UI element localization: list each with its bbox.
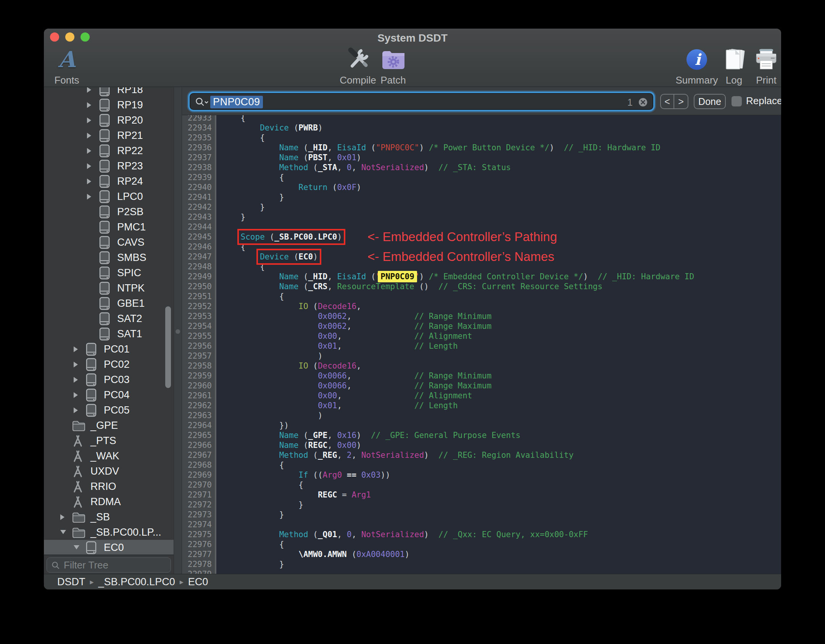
breadcrumb-item-path[interactable]: _SB.PC00.LPC0 [98,576,175,588]
disclosure-triangle-icon[interactable] [60,529,66,536]
code-line: 0x00, // Alignment [221,391,694,401]
disclosure-triangle-icon[interactable] [73,407,78,415]
breadcrumb-separator-icon: ▸ [180,578,184,586]
device-icon [99,236,110,251]
sidebar-item-rdma[interactable]: RDMA [44,494,174,509]
sidebar-item-rp24[interactable]: RP24 [44,174,174,189]
line-number: 22942 [182,202,215,212]
sidebar-item-pmc1[interactable]: PMC1 [44,219,174,235]
disclosure-triangle-icon[interactable] [73,377,78,385]
disclosure-triangle-icon[interactable] [87,117,92,125]
summary-button[interactable]: i Summary [672,47,722,86]
replace-checkbox[interactable] [732,96,742,106]
sidebar-item--sb-pc00-lp-[interactable]: _SB.PC00.LP... [44,525,174,540]
disclosure-triangle-icon[interactable] [60,514,65,522]
breadcrumb-item-ec0[interactable]: EC0 [188,576,208,588]
method-icon [72,496,84,510]
filter-field[interactable] [47,557,171,573]
sidebar-item-label: PMC1 [117,219,146,235]
search-menu-icon[interactable] [195,97,209,108]
sidebar-item-rrio[interactable]: RRIO [44,479,174,494]
line-number: 22962 [182,401,215,411]
sidebar-item-label: PC02 [104,357,130,372]
done-button[interactable]: Done [694,94,726,109]
code-editor[interactable]: 2293322934229352293622937229382293922940… [182,115,781,574]
sidebar-item-lpc0[interactable]: LPC0 [44,189,174,204]
line-number: 22945 [182,232,215,242]
sidebar-item-cavs[interactable]: CAVS [44,235,174,250]
disclosure-triangle-icon[interactable] [87,102,92,110]
disclosure-triangle-icon[interactable] [87,193,92,201]
sidebar-item-ec0[interactable]: EC0 [44,540,174,554]
code-line: { [221,460,694,470]
sidebar-item--sb[interactable]: _SB [44,509,174,525]
sidebar-item-label: UXDV [90,464,119,479]
search-input[interactable]: PNP0C09 1 [190,93,653,110]
sidebar-item-rp21[interactable]: RP21 [44,128,174,143]
disclosure-triangle-icon[interactable] [73,346,78,354]
sidebar-item--pts[interactable]: _PTS [44,433,174,448]
sidebar-item-sat2[interactable]: SAT2 [44,311,174,326]
sidebar-item-pc05[interactable]: PC05 [44,402,174,418]
sidebar-item-label: _SB.PC00.LP... [90,525,161,540]
line-number: 22972 [182,500,215,510]
code-line: } [221,202,694,212]
sidebar-item-rp22[interactable]: RP22 [44,143,174,158]
sidebar-item-p2sb[interactable]: P2SB [44,204,174,219]
disclosure-triangle-icon[interactable] [87,132,92,140]
log-button[interactable]: Log [718,47,750,86]
sidebar-item-pc04[interactable]: PC04 [44,387,174,402]
sidebar-item-gbe1[interactable]: GBE1 [44,296,174,311]
find-next-button[interactable]: > [674,95,688,108]
disclosure-triangle-icon[interactable] [87,163,92,171]
print-button[interactable]: Print [749,47,781,86]
device-icon [99,175,110,190]
line-number: 22974 [182,520,215,530]
sidebar-item--wak[interactable]: _WAK [44,448,174,464]
fonts-label: Fonts [48,74,86,86]
search-result-count: 1 [627,97,633,108]
code-line: Name (PBST, 0x01) [221,153,694,163]
sidebar-item-rp18[interactable]: RP18 [44,87,174,97]
disclosure-triangle-icon[interactable] [73,392,78,400]
code-line: ) [221,351,694,361]
sidebar-item-label: RP19 [117,97,143,113]
disclosure-triangle-icon[interactable] [87,87,92,95]
window-title: System DSDT [44,32,781,44]
code-line: Return (0x0F) [221,182,694,192]
sidebar-item-pc02[interactable]: PC02 [44,357,174,372]
clear-search-icon[interactable] [638,97,648,107]
sidebar-item-uxdv[interactable]: UXDV [44,464,174,479]
code-line: If ((Arg0 == 0x03)) [221,470,694,480]
breadcrumb-item-dsdt[interactable]: DSDT [57,576,85,588]
sidebar-item-ntpk[interactable]: NTPK [44,280,174,296]
sidebar-item-sat1[interactable]: SAT1 [44,326,174,341]
find-previous-button[interactable]: < [661,95,674,108]
code-line: } [221,559,694,569]
sidebar-item-label: RP18 [117,87,143,97]
fonts-icon: A [58,48,75,71]
find-bar: PNP0C09 1 < > Done Replace [182,87,781,115]
pane-splitter[interactable] [174,87,182,574]
sidebar-item-rp23[interactable]: RP23 [44,158,174,174]
sidebar-item-spic[interactable]: SPIC [44,265,174,280]
fonts-button[interactable]: A Fonts [48,47,86,86]
disclosure-triangle-icon[interactable] [73,544,80,551]
sidebar-item-pc03[interactable]: PC03 [44,372,174,387]
device-icon [99,312,110,327]
disclosure-triangle-icon[interactable] [87,148,92,156]
disclosure-triangle-icon[interactable] [73,361,78,369]
annotation-pathing: <- Embedded Controller’s Pathing [367,230,557,244]
sidebar-item--gpe[interactable]: _GPE [44,418,174,433]
patch-button[interactable]: Patch [373,47,413,86]
line-number: 22965 [182,430,215,440]
sidebar-item-smbs[interactable]: SMBS [44,250,174,265]
device-icon [99,129,110,144]
sidebar-item-pc01[interactable]: PC01 [44,341,174,357]
disclosure-triangle-icon[interactable] [87,178,92,186]
sidebar-item-rp19[interactable]: RP19 [44,97,174,113]
sidebar-scrollbar[interactable] [165,306,171,388]
folder-icon [72,420,85,433]
filter-tree-input[interactable] [64,558,167,572]
sidebar-item-rp20[interactable]: RP20 [44,113,174,128]
